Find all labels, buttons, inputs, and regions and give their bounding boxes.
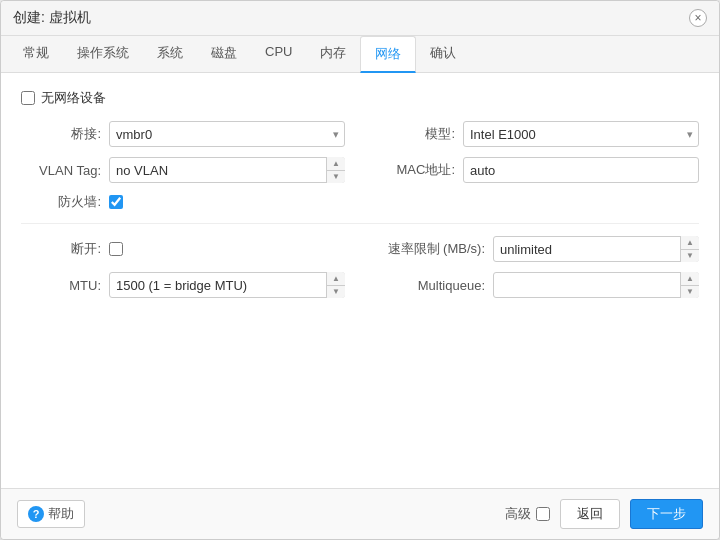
tab-system[interactable]: 系统: [143, 36, 197, 73]
rate-down-btn[interactable]: ▼: [681, 250, 699, 263]
no-network-row: 无网络设备: [21, 89, 699, 107]
firewall-checkbox[interactable]: [109, 195, 123, 209]
multiqueue-spinner: ▲ ▼: [493, 272, 699, 298]
tab-disk[interactable]: 磁盘: [197, 36, 251, 73]
tab-os[interactable]: 操作系统: [63, 36, 143, 73]
tab-content: 无网络设备 桥接: vmbr0 模型: Intel E1000: [1, 73, 719, 488]
multiqueue-up-btn[interactable]: ▲: [681, 272, 699, 286]
empty-right-1: [375, 193, 699, 211]
close-icon: ×: [694, 11, 701, 25]
vlan-label: VLAN Tag:: [21, 163, 101, 178]
rate-spinner: ▲ ▼: [493, 236, 699, 262]
mac-row: MAC地址:: [375, 157, 699, 183]
tab-general[interactable]: 常规: [9, 36, 63, 73]
no-network-label[interactable]: 无网络设备: [21, 89, 106, 107]
mtu-input[interactable]: [109, 272, 345, 298]
form-divider: [21, 223, 699, 224]
bridge-label: 桥接:: [21, 125, 101, 143]
dialog-footer: ? 帮助 高级 返回 下一步: [1, 488, 719, 539]
multiqueue-row: Multiqueue: ▲ ▼: [375, 272, 699, 298]
mac-label: MAC地址:: [375, 161, 455, 179]
close-button[interactable]: ×: [689, 9, 707, 27]
rate-input[interactable]: [493, 236, 699, 262]
mtu-row: MTU: ▲ ▼: [21, 272, 345, 298]
tab-confirm[interactable]: 确认: [416, 36, 470, 73]
create-vm-dialog: 创建: 虚拟机 × 常规 操作系统 系统 磁盘 CPU 内存 网络 确认 无网络…: [0, 0, 720, 540]
mtu-spinner: ▲ ▼: [109, 272, 345, 298]
model-select[interactable]: Intel E1000: [463, 121, 699, 147]
rate-up-btn[interactable]: ▲: [681, 236, 699, 250]
mtu-up-btn[interactable]: ▲: [327, 272, 345, 286]
rate-label: 速率限制 (MB/s):: [375, 240, 485, 258]
vlan-up-btn[interactable]: ▲: [327, 157, 345, 171]
footer-right: 高级 返回 下一步: [505, 499, 703, 529]
model-select-wrapper: Intel E1000: [463, 121, 699, 147]
mac-input[interactable]: [463, 157, 699, 183]
no-network-checkbox[interactable]: [21, 91, 35, 105]
mtu-spinner-btns: ▲ ▼: [326, 272, 345, 298]
disconnect-label: 断开:: [21, 240, 101, 258]
multiqueue-down-btn[interactable]: ▼: [681, 286, 699, 299]
vlan-input[interactable]: [109, 157, 345, 183]
help-label: 帮助: [48, 505, 74, 523]
multiqueue-input[interactable]: [493, 272, 699, 298]
advanced-checkbox[interactable]: [536, 507, 550, 521]
vlan-row: VLAN Tag: ▲ ▼: [21, 157, 345, 183]
network-form-2: 断开: 速率限制 (MB/s): ▲ ▼ MTU:: [21, 236, 699, 298]
firewall-label: 防火墙:: [21, 193, 101, 211]
mtu-label: MTU:: [21, 278, 101, 293]
model-row: 模型: Intel E1000: [375, 121, 699, 147]
vlan-spinner: ▲ ▼: [109, 157, 345, 183]
vlan-spinner-btns: ▲ ▼: [326, 157, 345, 183]
no-network-text: 无网络设备: [41, 89, 106, 107]
bridge-select[interactable]: vmbr0: [109, 121, 345, 147]
mtu-down-btn[interactable]: ▼: [327, 286, 345, 299]
footer-left: ? 帮助: [17, 500, 85, 528]
tab-memory[interactable]: 内存: [306, 36, 360, 73]
rate-row: 速率限制 (MB/s): ▲ ▼: [375, 236, 699, 262]
firewall-row: 防火墙:: [21, 193, 345, 211]
back-button[interactable]: 返回: [560, 499, 620, 529]
bridge-row: 桥接: vmbr0: [21, 121, 345, 147]
firewall-check-wrapper: [109, 195, 123, 209]
disconnect-checkbox[interactable]: [109, 242, 123, 256]
help-button[interactable]: ? 帮助: [17, 500, 85, 528]
tab-network[interactable]: 网络: [360, 36, 416, 73]
tab-cpu[interactable]: CPU: [251, 36, 306, 73]
bridge-select-wrapper: vmbr0: [109, 121, 345, 147]
help-icon: ?: [28, 506, 44, 522]
dialog-title: 创建: 虚拟机: [13, 9, 91, 27]
advanced-row: 高级: [505, 505, 550, 523]
tab-bar: 常规 操作系统 系统 磁盘 CPU 内存 网络 确认: [1, 36, 719, 73]
multiqueue-spinner-btns: ▲ ▼: [680, 272, 699, 298]
network-form: 桥接: vmbr0 模型: Intel E1000 VLAN Tag:: [21, 121, 699, 211]
advanced-label: 高级: [505, 505, 531, 523]
multiqueue-label: Multiqueue:: [375, 278, 485, 293]
rate-spinner-btns: ▲ ▼: [680, 236, 699, 262]
model-label: 模型:: [375, 125, 455, 143]
next-button[interactable]: 下一步: [630, 499, 703, 529]
title-bar: 创建: 虚拟机 ×: [1, 1, 719, 36]
vlan-down-btn[interactable]: ▼: [327, 171, 345, 184]
disconnect-row: 断开:: [21, 236, 345, 262]
